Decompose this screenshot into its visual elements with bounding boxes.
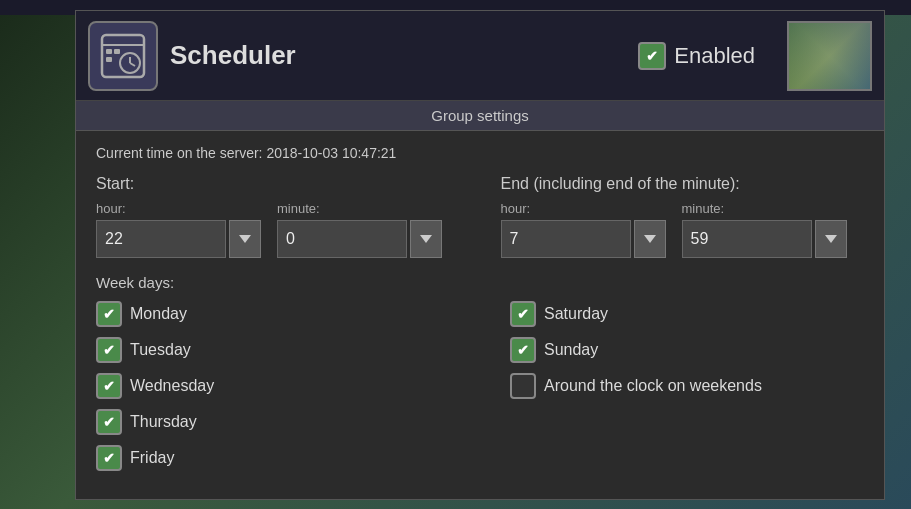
thursday-checkbox[interactable]: ✔ — [96, 409, 122, 435]
end-minute-input-row — [682, 220, 847, 258]
section-divider — [480, 175, 481, 258]
around-clock-label: Around the clock on weekends — [544, 377, 762, 395]
tuesday-checkbox[interactable]: ✔ — [96, 337, 122, 363]
day-monday: ✔ Monday — [96, 301, 450, 327]
start-label: Start: — [96, 175, 460, 193]
weekdays-label: Week days: — [96, 274, 864, 291]
monday-checkbox[interactable]: ✔ — [96, 301, 122, 327]
enabled-area[interactable]: ✔ Enabled — [638, 42, 755, 70]
right-days: ✔ Saturday ✔ Sunday Around the clock on … — [510, 301, 864, 471]
time-sections: Start: hour: minute: — [96, 175, 864, 258]
day-around-clock: Around the clock on weekends — [510, 373, 864, 399]
friday-checkbox[interactable]: ✔ — [96, 445, 122, 471]
day-friday: ✔ Friday — [96, 445, 450, 471]
day-wednesday: ✔ Wednesday — [96, 373, 450, 399]
modal-header: Scheduler ✔ Enabled — [76, 11, 884, 101]
end-hour-input[interactable] — [501, 220, 631, 258]
day-tuesday: ✔ Tuesday — [96, 337, 450, 363]
friday-check: ✔ — [103, 450, 115, 466]
scheduler-icon — [98, 31, 148, 81]
group-settings-label: Group settings — [431, 107, 529, 124]
start-hour-input[interactable] — [96, 220, 226, 258]
enabled-label: Enabled — [674, 43, 755, 69]
end-minute-dropdown[interactable] — [815, 220, 847, 258]
day-saturday: ✔ Saturday — [510, 301, 864, 327]
svg-marker-11 — [825, 235, 837, 243]
start-minute-dropdown[interactable] — [410, 220, 442, 258]
saturday-check: ✔ — [517, 306, 529, 322]
wednesday-label: Wednesday — [130, 377, 214, 395]
start-hour-group: hour: — [96, 201, 261, 258]
svg-rect-7 — [114, 49, 120, 54]
tuesday-check: ✔ — [103, 342, 115, 358]
modal-title: Scheduler — [170, 40, 626, 71]
end-minute-label: minute: — [682, 201, 847, 216]
end-minute-group: minute: — [682, 201, 847, 258]
end-hour-label: hour: — [501, 201, 666, 216]
svg-line-4 — [130, 63, 135, 66]
modal-content: Current time on the server: 2018-10-03 1… — [76, 131, 884, 499]
around-clock-checkbox[interactable] — [510, 373, 536, 399]
start-hour-dropdown[interactable] — [229, 220, 261, 258]
saturday-checkbox[interactable]: ✔ — [510, 301, 536, 327]
end-hour-group: hour: — [501, 201, 666, 258]
end-hour-input-row — [501, 220, 666, 258]
thursday-label: Thursday — [130, 413, 197, 431]
thursday-check: ✔ — [103, 414, 115, 430]
weekdays-grid: ✔ Monday ✔ Tuesday ✔ Wednesday — [96, 301, 864, 471]
sunday-check: ✔ — [517, 342, 529, 358]
end-section: End (including end of the minute): hour:… — [501, 175, 865, 258]
wednesday-check: ✔ — [103, 378, 115, 394]
end-minute-input[interactable] — [682, 220, 812, 258]
svg-marker-10 — [644, 235, 656, 243]
group-settings-bar: Group settings — [76, 101, 884, 131]
start-minute-input[interactable] — [277, 220, 407, 258]
sunday-label: Sunday — [544, 341, 598, 359]
left-days: ✔ Monday ✔ Tuesday ✔ Wednesday — [96, 301, 450, 471]
monday-check: ✔ — [103, 306, 115, 322]
enabled-checkmark: ✔ — [646, 48, 658, 64]
start-minute-label: minute: — [277, 201, 442, 216]
day-sunday: ✔ Sunday — [510, 337, 864, 363]
svg-rect-5 — [106, 49, 112, 54]
end-label: End (including end of the minute): — [501, 175, 865, 193]
current-time: Current time on the server: 2018-10-03 1… — [96, 145, 864, 161]
svg-marker-9 — [420, 235, 432, 243]
friday-label: Friday — [130, 449, 174, 467]
start-minute-input-row — [277, 220, 442, 258]
saturday-label: Saturday — [544, 305, 608, 323]
start-section: Start: hour: minute: — [96, 175, 460, 258]
enabled-checkbox[interactable]: ✔ — [638, 42, 666, 70]
scheduler-icon-box — [88, 21, 158, 91]
start-hour-label: hour: — [96, 201, 261, 216]
start-hour-input-row — [96, 220, 261, 258]
monday-label: Monday — [130, 305, 187, 323]
svg-rect-6 — [106, 57, 112, 62]
camera-thumbnail — [787, 21, 872, 91]
scheduler-modal: Scheduler ✔ Enabled Group settings Curre… — [75, 10, 885, 500]
wednesday-checkbox[interactable]: ✔ — [96, 373, 122, 399]
svg-marker-8 — [239, 235, 251, 243]
tuesday-label: Tuesday — [130, 341, 191, 359]
end-hour-dropdown[interactable] — [634, 220, 666, 258]
start-minute-group: minute: — [277, 201, 442, 258]
sunday-checkbox[interactable]: ✔ — [510, 337, 536, 363]
day-thursday: ✔ Thursday — [96, 409, 450, 435]
